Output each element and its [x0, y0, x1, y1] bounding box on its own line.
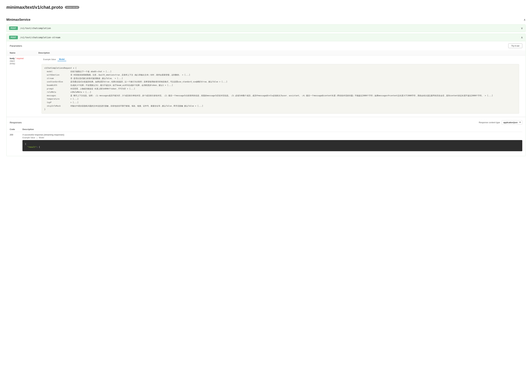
example-value-row: Example Value Model [38, 57, 522, 64]
field-name-model: model [47, 70, 69, 74]
endpoint-toggle-1[interactable]: ∨ [521, 26, 523, 30]
field-name-messages: messages [47, 94, 69, 98]
endpoint-chatcompletion: POST /v1/text/chatcompletion ∨ [6, 24, 526, 32]
page-title: minimax/text/v1/chat.proto [6, 5, 63, 10]
response-example-value-tab[interactable]: Example Value [23, 137, 35, 139]
service-title: MinimaxService [6, 18, 30, 22]
code-key-result: "result" [27, 146, 37, 148]
schema-field-messages: messages 是 聊天上下文信息。说明：（1）messages成员不能为空，… [47, 94, 516, 98]
field-name-prompt: prompt [47, 87, 69, 91]
page-title-area: minimax/text/v1/chat.proto version not s… [6, 5, 526, 10]
field-desc-useStandardSse: 是否通过流式分批返回结果。如果设置为true，结果分批返回，以一个换行为分割符；… [70, 80, 516, 84]
endpoint-chatcompletion-header[interactable]: POST /v1/text/chatcompletion ∨ [7, 24, 525, 32]
field-desc-model: 目前只能取以下一个值 abab5–chat > [...] [70, 70, 516, 74]
field-desc-stream: 否 是否以流式接口的形式返回数据，默认false。 > [...] [70, 77, 516, 80]
field-name-topP: topP [47, 101, 69, 104]
field-name-skipInfoMask: skipInfoMask [47, 104, 69, 108]
method-badge-post-1: POST [9, 26, 18, 30]
field-desc-messages: 是 聊天上下文信息。说明：（1）messages成员不能为空，1个成员表示单轮对… [70, 94, 516, 98]
endpoint-path-2: /v1/text/chatcompletion-stream [20, 36, 60, 39]
field-desc-withEmotion: 否 对回复添加情绪预测。注意，当with_emotion=true，且请求上下文… [70, 73, 516, 77]
params-table-header: Name Description [7, 50, 525, 56]
response-model-tab[interactable]: Model [39, 137, 44, 139]
field-name-beamWidth: beamWidth [47, 84, 69, 87]
body-param-name-line: body * required [10, 57, 38, 60]
service-section-header: MinimaxService ∧ [6, 16, 526, 23]
responses-header: Responses Response content type applicat… [10, 120, 522, 125]
field-desc-temperature: > [...] [70, 97, 516, 101]
schema-field-useStandardSse: useStandardSse 是否通过流式分批返回结果。如果设置为true，结果… [47, 80, 516, 84]
code-line-1: { [25, 143, 520, 146]
content-type-area: Response content type application/json [479, 120, 522, 125]
body-param-desc-col: Example Value Model v1ChatCompletionsReq… [38, 57, 522, 115]
schema-field-roleMeta: roleMeta v1RoleMeta > {...} [47, 90, 516, 94]
schema-field-model: model 目前只能取以下一个值 abab5–chat > [...] [47, 70, 516, 74]
params-header: Parameters Try it out [7, 41, 525, 50]
responses-table-header: Code Description [10, 127, 522, 132]
method-badge-post-2: POST [9, 36, 18, 39]
service-collapse-icon[interactable]: ∧ [523, 18, 526, 22]
schema-open: ∨ { [73, 67, 77, 69]
field-name-temperature: temperature [47, 97, 69, 101]
responses-section: Responses Response content type applicat… [7, 117, 525, 156]
content-type-select[interactable]: application/json [502, 120, 522, 125]
body-param-name-col: body * required object (body) [10, 57, 38, 65]
field-desc-topP: > [...] [70, 101, 516, 104]
body-param-name: body [10, 57, 15, 60]
response-desc-header: Description [23, 128, 522, 131]
body-param-required: * required [15, 57, 23, 60]
field-name-stream: stream [47, 77, 69, 80]
endpoint-toggle-2[interactable]: ∧ [521, 36, 523, 39]
schema-request-type: v1ChatCompletionsRequest [44, 67, 72, 69]
response-code-header: Code [10, 128, 23, 131]
body-param-type: object [10, 60, 38, 62]
endpoint-chatcompletion-stream-header[interactable]: POST /v1/text/chatcompletion-stream ∧ [7, 34, 525, 41]
content-type-label: Response content type [479, 121, 500, 124]
code-line-2: "result": { [25, 146, 520, 149]
field-desc-prompt: 对话背景、人物或功能设定 长度上限为4096个token，不可为空 > [...… [70, 87, 516, 91]
response-desc-text: A successful response.(streaming respons… [23, 134, 522, 136]
endpoint-path-1: /v1/text/chatcompletion [20, 27, 51, 29]
field-desc-beamWidth: 生成多少个结果；不设置默认为1，最大不超过4。由于beam_width生成多个结… [70, 84, 516, 87]
field-desc-skipInfoMask: 对输出中易涉及隐私问题的文本信息进行脱敏，目前包括但不限于邮箱、域名、链接、证件… [70, 104, 516, 108]
schema-close-brace: } [44, 108, 516, 111]
schema-field-prompt: prompt 对话背景、人物或功能设定 长度上限为4096个token，不可为空… [47, 87, 516, 91]
schema-field-skipInfoMask: skipInfoMask 对输出中易涉及隐私问题的文本信息进行脱敏，目前包括但不… [47, 104, 516, 108]
response-desc-200: A successful response.(streaming respons… [23, 134, 522, 151]
endpoint-body: Parameters Try it out Name Description b… [7, 41, 525, 156]
col-desc-header: Description [38, 52, 522, 54]
response-example-label: Example Value | Model [23, 137, 522, 139]
field-name-withEmotion: withEmotion [47, 73, 69, 77]
body-param-type-sub: (body) [10, 62, 38, 65]
params-label: Parameters [10, 44, 22, 47]
code-block: { "result": { [23, 140, 522, 151]
field-desc-roleMeta: v1RoleMeta > {...} [70, 90, 516, 94]
schema-field-beamWidth: beamWidth 生成多少个结果；不设置默认为1，最大不超过4。由于beam_… [47, 84, 516, 87]
example-value-tab[interactable]: Example Value [42, 58, 57, 61]
schema-box: v1ChatCompletionsRequest ∨ { model 目前只能取… [42, 64, 519, 114]
version-badge: version not set [65, 6, 79, 9]
schema-field-stream: stream 否 是否以流式接口的形式返回数据，默认false。 > [...] [47, 77, 516, 80]
field-name-useStandardSse: useStandardSse [47, 80, 69, 84]
model-tab[interactable]: Model [57, 58, 66, 61]
schema-field-topP: topP > [...] [47, 101, 516, 104]
endpoint-chatcompletion-stream: POST /v1/text/chatcompletion-stream ∧ Pa… [6, 34, 526, 156]
schema-field-withEmotion: withEmotion 否 对回复添加情绪预测。注意，当with_emotion… [47, 73, 516, 77]
responses-label: Responses [10, 121, 22, 124]
body-param-row: body * required object (body) Example Va… [7, 56, 525, 117]
response-separator: | [37, 137, 37, 139]
schema-field-temperature: temperature > [...] [47, 97, 516, 101]
response-row-200: 200 A successful response.(streaming res… [10, 132, 522, 153]
field-name-roleMeta: roleMeta [47, 90, 69, 94]
response-code-200: 200 [10, 134, 23, 151]
try-it-button[interactable]: Try it out [508, 43, 522, 48]
example-tabs: Example Value Model [42, 58, 519, 61]
col-name-header: Name [10, 52, 38, 54]
schema-type-line: v1ChatCompletionsRequest ∨ { [44, 66, 516, 70]
